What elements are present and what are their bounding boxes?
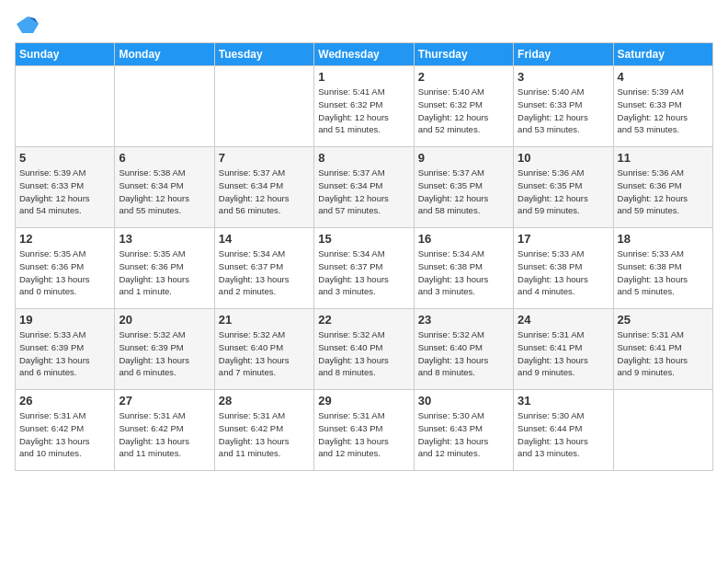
day-cell: 18Sunrise: 5:33 AM Sunset: 6:38 PM Dayli… xyxy=(613,228,712,309)
day-cell: 24Sunrise: 5:31 AM Sunset: 6:41 PM Dayli… xyxy=(514,309,613,390)
day-cell: 29Sunrise: 5:31 AM Sunset: 6:43 PM Dayli… xyxy=(314,390,414,471)
day-number: 5 xyxy=(19,151,110,165)
day-cell: 28Sunrise: 5:31 AM Sunset: 6:42 PM Dayli… xyxy=(214,390,313,471)
day-info: Sunrise: 5:34 AM Sunset: 6:37 PM Dayligh… xyxy=(219,247,310,298)
day-info: Sunrise: 5:31 AM Sunset: 6:41 PM Dayligh… xyxy=(618,328,709,379)
week-row-1: 1Sunrise: 5:41 AM Sunset: 6:32 PM Daylig… xyxy=(16,66,713,147)
day-info: Sunrise: 5:31 AM Sunset: 6:42 PM Dayligh… xyxy=(119,409,210,460)
day-number: 14 xyxy=(219,232,310,246)
day-cell: 30Sunrise: 5:30 AM Sunset: 6:43 PM Dayli… xyxy=(414,390,513,471)
day-number: 9 xyxy=(418,151,509,165)
day-number: 31 xyxy=(518,394,609,408)
week-row-3: 12Sunrise: 5:35 AM Sunset: 6:36 PM Dayli… xyxy=(16,228,713,309)
day-cell: 27Sunrise: 5:31 AM Sunset: 6:42 PM Dayli… xyxy=(115,390,214,471)
day-cell: 25Sunrise: 5:31 AM Sunset: 6:41 PM Dayli… xyxy=(613,309,712,390)
weekday-thursday: Thursday xyxy=(414,43,513,66)
day-info: Sunrise: 5:39 AM Sunset: 6:33 PM Dayligh… xyxy=(19,167,110,217)
day-cell: 10Sunrise: 5:36 AM Sunset: 6:35 PM Dayli… xyxy=(514,147,613,228)
logo-icon xyxy=(15,15,40,35)
day-cell: 19Sunrise: 5:33 AM Sunset: 6:39 PM Dayli… xyxy=(16,309,115,390)
day-number: 18 xyxy=(618,232,709,246)
day-info: Sunrise: 5:31 AM Sunset: 6:43 PM Dayligh… xyxy=(318,409,409,460)
day-cell: 8Sunrise: 5:37 AM Sunset: 6:34 PM Daylig… xyxy=(314,147,414,228)
day-cell: 23Sunrise: 5:32 AM Sunset: 6:40 PM Dayli… xyxy=(414,309,513,390)
day-cell xyxy=(115,66,214,147)
day-info: Sunrise: 5:37 AM Sunset: 6:35 PM Dayligh… xyxy=(418,167,509,217)
day-info: Sunrise: 5:32 AM Sunset: 6:40 PM Dayligh… xyxy=(418,328,509,379)
day-number: 15 xyxy=(318,232,409,246)
day-info: Sunrise: 5:35 AM Sunset: 6:36 PM Dayligh… xyxy=(19,247,110,298)
day-number: 30 xyxy=(418,394,509,408)
day-number: 22 xyxy=(318,313,409,327)
day-info: Sunrise: 5:32 AM Sunset: 6:40 PM Dayligh… xyxy=(219,328,310,379)
day-cell xyxy=(214,66,313,147)
day-cell: 5Sunrise: 5:39 AM Sunset: 6:33 PM Daylig… xyxy=(16,147,115,228)
day-info: Sunrise: 5:31 AM Sunset: 6:42 PM Dayligh… xyxy=(219,409,310,460)
day-number: 27 xyxy=(119,394,210,408)
day-number: 3 xyxy=(518,70,609,84)
day-number: 26 xyxy=(19,394,110,408)
day-number: 1 xyxy=(318,70,409,84)
day-number: 8 xyxy=(318,151,409,165)
day-info: Sunrise: 5:34 AM Sunset: 6:38 PM Dayligh… xyxy=(418,247,509,298)
day-number: 23 xyxy=(418,313,509,327)
day-info: Sunrise: 5:36 AM Sunset: 6:36 PM Dayligh… xyxy=(618,167,709,217)
day-number: 11 xyxy=(618,151,709,165)
calendar-table: SundayMondayTuesdayWednesdayThursdayFrid… xyxy=(15,42,713,471)
day-info: Sunrise: 5:39 AM Sunset: 6:33 PM Dayligh… xyxy=(618,86,709,136)
day-cell: 13Sunrise: 5:35 AM Sunset: 6:36 PM Dayli… xyxy=(115,228,214,309)
day-info: Sunrise: 5:32 AM Sunset: 6:39 PM Dayligh… xyxy=(119,328,210,379)
day-cell: 7Sunrise: 5:37 AM Sunset: 6:34 PM Daylig… xyxy=(214,147,313,228)
day-cell: 2Sunrise: 5:40 AM Sunset: 6:32 PM Daylig… xyxy=(414,66,513,147)
day-number: 12 xyxy=(19,232,110,246)
day-info: Sunrise: 5:37 AM Sunset: 6:34 PM Dayligh… xyxy=(219,167,310,217)
day-cell: 16Sunrise: 5:34 AM Sunset: 6:38 PM Dayli… xyxy=(414,228,513,309)
day-number: 19 xyxy=(19,313,110,327)
day-number: 4 xyxy=(618,70,709,84)
day-info: Sunrise: 5:31 AM Sunset: 6:42 PM Dayligh… xyxy=(19,409,110,460)
weekday-tuesday: Tuesday xyxy=(214,43,313,66)
header xyxy=(15,15,713,35)
day-number: 10 xyxy=(518,151,609,165)
day-info: Sunrise: 5:37 AM Sunset: 6:34 PM Dayligh… xyxy=(318,167,409,217)
weekday-sunday: Sunday xyxy=(16,43,115,66)
day-cell: 4Sunrise: 5:39 AM Sunset: 6:33 PM Daylig… xyxy=(613,66,712,147)
day-number: 25 xyxy=(618,313,709,327)
weekday-header-row: SundayMondayTuesdayWednesdayThursdayFrid… xyxy=(16,43,713,66)
day-cell: 3Sunrise: 5:40 AM Sunset: 6:33 PM Daylig… xyxy=(514,66,613,147)
day-info: Sunrise: 5:41 AM Sunset: 6:32 PM Dayligh… xyxy=(318,86,409,136)
day-number: 2 xyxy=(418,70,509,84)
day-cell: 15Sunrise: 5:34 AM Sunset: 6:37 PM Dayli… xyxy=(314,228,414,309)
day-cell: 12Sunrise: 5:35 AM Sunset: 6:36 PM Dayli… xyxy=(16,228,115,309)
day-cell xyxy=(613,390,712,471)
day-info: Sunrise: 5:30 AM Sunset: 6:43 PM Dayligh… xyxy=(418,409,509,460)
day-info: Sunrise: 5:30 AM Sunset: 6:44 PM Dayligh… xyxy=(518,409,609,460)
day-info: Sunrise: 5:40 AM Sunset: 6:33 PM Dayligh… xyxy=(518,86,609,136)
day-number: 20 xyxy=(119,313,210,327)
day-number: 16 xyxy=(418,232,509,246)
day-cell: 26Sunrise: 5:31 AM Sunset: 6:42 PM Dayli… xyxy=(16,390,115,471)
day-number: 6 xyxy=(119,151,210,165)
day-info: Sunrise: 5:33 AM Sunset: 6:38 PM Dayligh… xyxy=(518,247,609,298)
day-info: Sunrise: 5:35 AM Sunset: 6:36 PM Dayligh… xyxy=(119,247,210,298)
day-number: 7 xyxy=(219,151,310,165)
day-info: Sunrise: 5:40 AM Sunset: 6:32 PM Dayligh… xyxy=(418,86,509,136)
day-info: Sunrise: 5:31 AM Sunset: 6:41 PM Dayligh… xyxy=(518,328,609,379)
logo xyxy=(15,15,44,35)
week-row-2: 5Sunrise: 5:39 AM Sunset: 6:33 PM Daylig… xyxy=(16,147,713,228)
day-number: 29 xyxy=(318,394,409,408)
day-number: 17 xyxy=(518,232,609,246)
day-info: Sunrise: 5:33 AM Sunset: 6:39 PM Dayligh… xyxy=(19,328,110,379)
day-cell: 6Sunrise: 5:38 AM Sunset: 6:34 PM Daylig… xyxy=(115,147,214,228)
day-number: 28 xyxy=(219,394,310,408)
day-cell: 22Sunrise: 5:32 AM Sunset: 6:40 PM Dayli… xyxy=(314,309,414,390)
weekday-monday: Monday xyxy=(115,43,214,66)
day-info: Sunrise: 5:38 AM Sunset: 6:34 PM Dayligh… xyxy=(119,167,210,217)
weekday-friday: Friday xyxy=(514,43,613,66)
day-cell: 17Sunrise: 5:33 AM Sunset: 6:38 PM Dayli… xyxy=(514,228,613,309)
day-info: Sunrise: 5:33 AM Sunset: 6:38 PM Dayligh… xyxy=(618,247,709,298)
day-number: 24 xyxy=(518,313,609,327)
day-cell: 1Sunrise: 5:41 AM Sunset: 6:32 PM Daylig… xyxy=(314,66,414,147)
day-cell: 14Sunrise: 5:34 AM Sunset: 6:37 PM Dayli… xyxy=(214,228,313,309)
weekday-saturday: Saturday xyxy=(613,43,712,66)
